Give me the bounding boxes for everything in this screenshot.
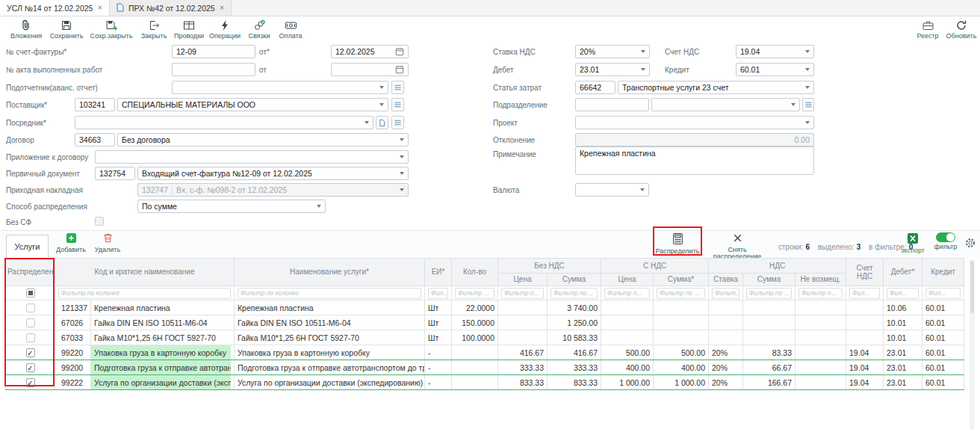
division-combo[interactable] bbox=[651, 98, 800, 111]
table-row[interactable]: 121337Крепежная пластинаКрепежная пласти… bbox=[6, 300, 964, 315]
filter-input-unit[interactable]: Фил... bbox=[428, 288, 448, 299]
service-name-cell[interactable]: Крепежная пластина bbox=[235, 300, 425, 315]
sum-with-vat-cell[interactable] bbox=[654, 315, 709, 330]
act-date-input[interactable] bbox=[331, 63, 409, 76]
service-name-cell[interactable]: Гайка DIN EN ISO 10511-М6-04 bbox=[235, 315, 425, 330]
col-header-debit[interactable]: Дебет* bbox=[884, 259, 922, 286]
export-button[interactable]: экспорт bbox=[896, 232, 929, 254]
col-header-non-refund[interactable]: Не возмещ. bbox=[796, 274, 846, 286]
price-no-vat-cell[interactable] bbox=[498, 300, 548, 315]
payment-button[interactable]: Оплата bbox=[275, 19, 306, 40]
vat-sum-cell[interactable]: 66.67 bbox=[743, 360, 796, 375]
unit-cell[interactable]: - bbox=[425, 360, 452, 375]
calendar-icon[interactable] bbox=[395, 65, 404, 74]
no-sf-checkbox[interactable] bbox=[95, 217, 104, 226]
registry-button[interactable]: Реестр bbox=[913, 19, 943, 40]
cost-item-code-input[interactable]: 66642 bbox=[575, 81, 615, 94]
delete-row-button[interactable]: Удалить bbox=[91, 232, 124, 253]
col-header-credit[interactable]: Кредит bbox=[922, 259, 964, 286]
qty-cell[interactable]: 22.0000 bbox=[452, 300, 498, 315]
services-section-tab[interactable]: Услуги bbox=[6, 235, 49, 258]
filter-input-service-name[interactable]: Фильтр по колонке bbox=[238, 288, 421, 299]
price-with-vat-cell[interactable]: 500.00 bbox=[601, 345, 654, 360]
price-with-vat-cell[interactable]: 1 000.00 bbox=[601, 375, 654, 390]
sum-no-vat-cell[interactable]: 10 583.33 bbox=[548, 330, 601, 345]
tab-close-icon[interactable]: × bbox=[220, 4, 224, 12]
qty-cell[interactable]: 100.0000 bbox=[452, 330, 498, 345]
vat-account-cell[interactable]: 19.04 bbox=[846, 345, 884, 360]
tab-usl-document[interactable]: УСЛ №14 от 12.02.2025 × bbox=[0, 0, 110, 16]
sum-no-vat-cell[interactable]: 1 250.00 bbox=[548, 315, 601, 330]
operations-button[interactable]: Операции bbox=[208, 19, 242, 40]
code-name-cell[interactable]: 67033Гайка М10*1,25 6Н ГОСТ 5927-70 bbox=[55, 330, 235, 345]
grid-settings-button[interactable] bbox=[964, 237, 977, 250]
col-header-unit[interactable]: ЕИ* bbox=[425, 259, 452, 286]
sum-no-vat-cell[interactable]: 333.33 bbox=[548, 360, 601, 375]
service-name-cell[interactable]: Гайка М10*1,25 6Н ГОСТ 5927-70 bbox=[235, 330, 425, 345]
clear-distribution-button[interactable]: Снять распределение bbox=[703, 232, 772, 260]
service-name-cell[interactable]: Услуга по организации доставки (экспедир… bbox=[235, 375, 425, 390]
credit-cell[interactable]: 60.01 bbox=[922, 360, 964, 375]
primary-document-combo[interactable]: Входящий счет-фактура №12-09 от 12.02.20… bbox=[137, 167, 409, 180]
col-header-vat-sum[interactable]: Сумма bbox=[743, 274, 796, 286]
intermediary-list-button[interactable] bbox=[391, 116, 404, 129]
price-with-vat-cell[interactable]: 400.00 bbox=[601, 360, 654, 375]
sum-no-vat-cell[interactable]: 833.33 bbox=[548, 375, 601, 390]
links-button[interactable]: Связки bbox=[245, 19, 273, 40]
non-refund-cell[interactable] bbox=[796, 315, 846, 330]
col-header-vat-rate[interactable]: Ставка bbox=[709, 274, 743, 286]
price-with-vat-cell[interactable] bbox=[601, 330, 654, 345]
qty-cell[interactable] bbox=[452, 345, 498, 360]
project-combo[interactable] bbox=[575, 116, 814, 129]
price-no-vat-cell[interactable]: 833.33 bbox=[498, 375, 548, 390]
intermediary-combo[interactable] bbox=[75, 116, 373, 129]
debit-cell[interactable]: 10.01 bbox=[884, 330, 922, 345]
filter-input-non-refund[interactable]: Фильтр п... bbox=[798, 288, 843, 299]
service-name-cell[interactable]: Подготовка груза к отправке автотранспор… bbox=[235, 360, 425, 375]
refresh-button[interactable]: Обновить bbox=[946, 19, 977, 40]
price-no-vat-cell[interactable] bbox=[498, 330, 548, 345]
vertical-scrollbar[interactable] bbox=[970, 259, 975, 430]
sum-with-vat-cell[interactable]: 500.00 bbox=[654, 345, 709, 360]
debit-cell[interactable]: 10.06 bbox=[884, 300, 922, 315]
contract-code-input[interactable]: 34663 bbox=[75, 133, 115, 146]
vat-account-combo[interactable]: 19.04 bbox=[736, 45, 814, 58]
sum-with-vat-cell[interactable] bbox=[654, 330, 709, 345]
filter-input-vat-account[interactable]: Фил... bbox=[849, 288, 880, 299]
col-header-service-name[interactable]: Наименование услуги* bbox=[235, 259, 425, 286]
price-no-vat-cell[interactable]: 333.33 bbox=[498, 360, 548, 375]
sum-with-vat-cell[interactable] bbox=[654, 300, 709, 315]
credit-cell[interactable]: 60.01 bbox=[922, 330, 964, 345]
close-button[interactable]: Закрыть bbox=[137, 19, 170, 40]
filter-input-price-no-vat[interactable]: Фильтр п... bbox=[501, 288, 544, 299]
division-code-input[interactable] bbox=[575, 98, 649, 111]
contract-annex-combo[interactable] bbox=[95, 150, 409, 164]
vat-rate-cell[interactable] bbox=[709, 330, 743, 345]
col-header-code-name[interactable]: Код и краткое наименование bbox=[55, 259, 235, 286]
code-name-cell[interactable]: 99200Подготовка груза к отправке автотра… bbox=[55, 360, 235, 375]
unit-cell[interactable]: - bbox=[425, 345, 452, 360]
credit-combo[interactable]: 60.01 bbox=[736, 63, 814, 76]
debit-combo[interactable]: 23.01 bbox=[575, 63, 650, 76]
code-name-cell[interactable]: 67026Гайка DIN EN ISO 10511-М6-04 bbox=[55, 315, 235, 330]
qty-cell[interactable] bbox=[452, 360, 498, 375]
vat-sum-cell[interactable]: 166.67 bbox=[743, 375, 796, 390]
accountable-person-combo[interactable] bbox=[172, 81, 388, 94]
qty-cell[interactable]: 150.0000 bbox=[452, 315, 498, 330]
debit-cell[interactable]: 23.01 bbox=[884, 345, 922, 360]
toggle-on-icon[interactable] bbox=[936, 232, 955, 242]
unit-cell[interactable]: Шт bbox=[425, 330, 452, 345]
scrollbar-thumb[interactable] bbox=[970, 261, 974, 313]
attachments-button[interactable]: Вложения bbox=[7, 19, 45, 40]
filter-input-debit[interactable]: Фил... bbox=[887, 288, 919, 299]
debit-cell[interactable]: 10.01 bbox=[884, 315, 922, 330]
debit-cell[interactable]: 23.01 bbox=[884, 375, 922, 390]
col-header-sum-no-vat[interactable]: Сумма bbox=[548, 274, 601, 286]
sum-with-vat-cell[interactable]: 400.00 bbox=[654, 360, 709, 375]
non-refund-cell[interactable] bbox=[796, 300, 846, 315]
price-with-vat-cell[interactable] bbox=[601, 315, 654, 330]
table-row[interactable]: ✓99200Подготовка груза к отправке автотр… bbox=[6, 360, 964, 375]
filter-input-sum-with-vat[interactable]: Фильтр по ... bbox=[657, 288, 705, 299]
vat-sum-cell[interactable] bbox=[743, 315, 796, 330]
price-no-vat-cell[interactable] bbox=[498, 315, 548, 330]
